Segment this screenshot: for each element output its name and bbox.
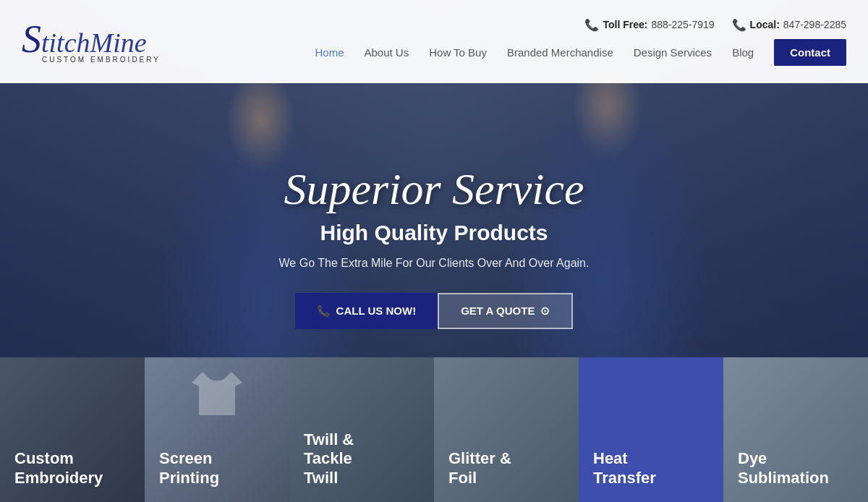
nav-how-to-buy[interactable]: How To Buy xyxy=(429,46,487,59)
hero-subtitle: We Go The Extra Mile For Our Clients Ove… xyxy=(279,257,590,270)
site-header: StitchMine Custom Embroidery 📞 Toll Free… xyxy=(0,0,868,83)
toll-free-phone-icon: 📞 xyxy=(584,18,599,32)
toll-free-item: 📞 Toll Free: 888-225-7919 xyxy=(584,18,714,32)
hero-title-script: Superior Service xyxy=(284,163,584,215)
service-card-heat-transfer[interactable]: HeatTransfer xyxy=(579,357,723,502)
arrow-circle-icon: ⊙ xyxy=(540,305,550,318)
service-label-glitter-foil: Glitter &Foil xyxy=(448,449,511,488)
nav-contact-button[interactable]: Contact xyxy=(774,39,846,66)
service-card-custom-embroidery[interactable]: CustomEmbroidery xyxy=(0,357,145,502)
nav-about[interactable]: About Us xyxy=(365,46,409,59)
toll-free-number: 888-225-7919 xyxy=(651,19,714,30)
get-quote-button[interactable]: GET A QUOTE ⊙ xyxy=(438,293,573,329)
hero-title-bold: High Quality Products xyxy=(320,221,548,245)
contact-bar: 📞 Toll Free: 888-225-7919 📞 Local: 847-2… xyxy=(584,18,846,32)
service-card-dye-sublimation[interactable]: DyeSublimation xyxy=(723,357,868,502)
logo-text: StitchMine xyxy=(22,20,181,59)
local-phone-icon: 📞 xyxy=(732,18,746,32)
service-label-screen-printing: ScreenPrinting xyxy=(159,449,219,488)
service-card-twill-tackle[interactable]: Twill &TackleTwill xyxy=(289,357,434,502)
nav-blog[interactable]: Blog xyxy=(732,46,754,59)
toll-free-label: Toll Free: xyxy=(603,19,647,30)
local-label: Local: xyxy=(750,19,780,30)
service-label-heat-transfer: HeatTransfer xyxy=(593,449,656,488)
quote-button-label: GET A QUOTE xyxy=(461,305,535,317)
service-card-glitter-foil[interactable]: Glitter &Foil xyxy=(434,357,579,502)
nav-branded[interactable]: Branded Merchandise xyxy=(507,46,613,59)
service-label-twill-tackle: Twill &TackleTwill xyxy=(304,430,354,488)
main-nav: Home About Us How To Buy Branded Merchan… xyxy=(315,39,846,66)
shirt-icon xyxy=(188,365,246,422)
logo-subtitle: Custom Embroidery xyxy=(22,56,181,64)
service-cards: CustomEmbroidery ScreenPrinting Twill &T… xyxy=(0,357,868,502)
logo-s: S xyxy=(22,17,41,61)
service-label-custom-embroidery: CustomEmbroidery xyxy=(14,449,103,488)
local-item: 📞 Local: 847-298-2285 xyxy=(732,18,846,32)
phone-icon: 📞 xyxy=(317,305,331,318)
header-right: 📞 Toll Free: 888-225-7919 📞 Local: 847-2… xyxy=(181,18,846,66)
nav-design[interactable]: Design Services xyxy=(634,46,712,59)
hero-buttons: 📞 CALL US NOW! GET A QUOTE ⊙ xyxy=(295,293,574,329)
call-button-label: CALL US NOW! xyxy=(336,305,417,317)
service-card-screen-printing[interactable]: ScreenPrinting xyxy=(145,357,289,502)
logo-area: StitchMine Custom Embroidery xyxy=(22,20,181,64)
service-label-dye-sublimation: DyeSublimation xyxy=(738,449,829,488)
call-now-button[interactable]: 📞 CALL US NOW! xyxy=(295,293,438,329)
local-number: 847-298-2285 xyxy=(783,19,846,30)
nav-home[interactable]: Home xyxy=(315,46,344,59)
